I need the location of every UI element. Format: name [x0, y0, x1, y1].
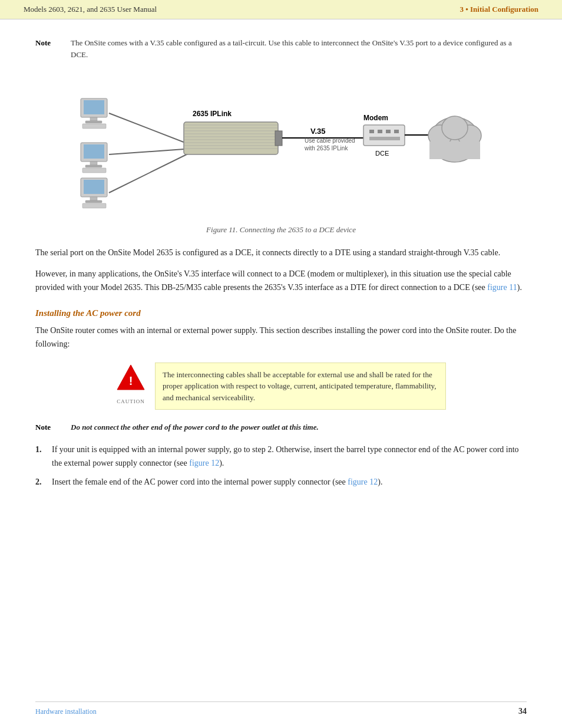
figure-11: 2635 IPLink: [35, 72, 527, 235]
list-item-1-before: If your unit is equipped with an interna…: [52, 445, 519, 467]
svg-text:DCE: DCE: [375, 150, 389, 157]
svg-rect-2: [90, 117, 97, 121]
svg-text:2635 IPLink: 2635 IPLink: [193, 110, 232, 118]
list-item-2-after: ).: [378, 477, 382, 486]
svg-rect-38: [378, 130, 382, 133]
section-heading: Installing the AC power cord: [35, 308, 527, 318]
figure-diagram: 2635 IPLink: [35, 72, 527, 219]
caution-text: The interconnecting cables shall be acce…: [155, 363, 446, 410]
numbered-list: 1. If your unit is equipped with an inte…: [35, 443, 527, 489]
svg-rect-19: [184, 122, 278, 154]
svg-rect-48: [429, 141, 480, 159]
svg-rect-11: [84, 180, 104, 194]
list-item-1: 1. If your unit is equipped with an inte…: [35, 443, 527, 470]
svg-rect-36: [363, 125, 405, 146]
diagram-svg: 2635 IPLink: [75, 84, 487, 213]
svg-rect-1: [84, 100, 104, 114]
main-content: Note The OnSite comes with a V.35 cable …: [0, 19, 562, 533]
svg-rect-4: [82, 124, 106, 129]
caution-svg: !: [116, 363, 146, 395]
note-top: Note The OnSite comes with a V.35 cable …: [35, 37, 527, 60]
svg-text:V.35: V.35: [310, 127, 326, 136]
svg-rect-13: [85, 200, 102, 203]
svg-rect-39: [386, 130, 391, 133]
list-item-2-text: Insert the female end of the AC power co…: [52, 476, 382, 489]
note-bottom-text: Do not connect the other end of the powe…: [71, 421, 319, 434]
svg-line-17: [109, 151, 193, 193]
header-manual-title: Models 2603, 2621, and 2635 User Manual: [24, 5, 157, 14]
svg-point-47: [442, 116, 468, 140]
note-bottom: Note Do not connect the other end of the…: [35, 421, 527, 434]
svg-text:Modem: Modem: [363, 114, 388, 122]
svg-text:!: !: [129, 374, 133, 387]
svg-line-15: [109, 113, 193, 146]
list-item-1-after: ).: [219, 459, 224, 467]
svg-rect-37: [369, 130, 374, 133]
figure-caption: Figure 11. Connecting the 2635 to a DCE …: [35, 225, 527, 235]
svg-rect-8: [85, 165, 102, 167]
page: Models 2603, 2621, and 2635 User Manual …: [0, 0, 562, 728]
caution-box: ! CAUTION The interconnecting cables sha…: [116, 363, 446, 410]
caution-icon-area: ! CAUTION: [116, 363, 146, 395]
list-item-2: 2. Insert the female end of the AC power…: [35, 476, 527, 489]
note-bottom-label: Note: [35, 421, 71, 432]
list-item-2-before: Insert the female end of the AC power co…: [52, 477, 348, 486]
footer-section-label: Hardware installation: [35, 707, 97, 716]
figure11-link[interactable]: figure 11: [487, 283, 517, 292]
svg-rect-6: [84, 144, 104, 159]
section-intro: The OnSite router comes with an internal…: [35, 324, 527, 351]
svg-rect-7: [90, 162, 97, 165]
svg-rect-29: [275, 131, 282, 146]
svg-rect-41: [369, 137, 400, 140]
footer-page-number: 34: [518, 707, 527, 716]
svg-rect-3: [85, 121, 102, 123]
para-1: The serial port on the OnSite Model 2635…: [35, 246, 527, 259]
para-2: However, in many applications, the OnSit…: [35, 268, 527, 294]
figure12-link-1[interactable]: figure 12: [189, 459, 219, 467]
note-top-label: Note: [35, 37, 71, 48]
list-item-1-text: If your unit is equipped with an interna…: [52, 443, 527, 470]
svg-rect-9: [82, 168, 106, 173]
figure12-link-2[interactable]: figure 12: [348, 477, 378, 486]
svg-rect-14: [82, 203, 106, 208]
list-item-1-num: 1.: [35, 443, 46, 470]
svg-rect-12: [90, 197, 97, 200]
svg-rect-40: [394, 130, 399, 133]
para-2-after: ).: [517, 283, 522, 292]
page-footer: Hardware installation 34: [35, 701, 527, 716]
note-top-text: The OnSite comes with a V.35 cable confi…: [71, 37, 527, 60]
list-item-2-num: 2.: [35, 476, 46, 489]
svg-line-16: [109, 149, 193, 154]
header-chapter: 3 • Initial Configuration: [460, 5, 539, 14]
caution-label: CAUTION: [116, 398, 146, 404]
para-2-before: However, in many applications, the OnSit…: [35, 269, 511, 291]
caution-triangle-container: ! CAUTION: [116, 363, 146, 395]
svg-text:with 2635 IPLink: with 2635 IPLink: [304, 145, 348, 151]
page-header: Models 2603, 2621, and 2635 User Manual …: [0, 0, 562, 19]
